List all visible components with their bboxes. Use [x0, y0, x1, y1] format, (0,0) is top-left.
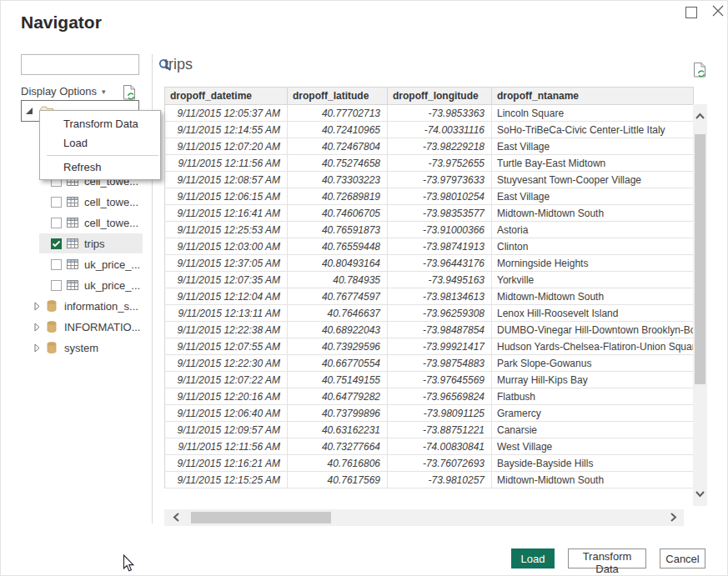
scroll-down-icon[interactable] [695, 488, 705, 499]
checkbox[interactable] [51, 280, 62, 291]
preview-grid: dropoff_datetimedropoff_latitudedropoff_… [164, 87, 693, 488]
preview-cell: Gramercy [492, 405, 694, 422]
tree-item-cell-towe[interactable]: cell_towe... [39, 213, 143, 233]
tree-item-informatio[interactable]: INFORMATIO... [21, 317, 143, 337]
preview-cell: -73.91000366 [388, 222, 492, 238]
search-input[interactable] [22, 55, 158, 74]
tree-item-label: cell_towe... [84, 196, 138, 208]
preview-cell: 40.72467804 [288, 138, 388, 155]
table-row: 9/11/2015 12:08:57 AM40.73303223-73.9797… [165, 172, 694, 188]
table-icon [67, 218, 78, 228]
table-row: 9/11/2015 12:12:04 AM40.76774597-73.9813… [165, 288, 694, 305]
tree-item-information-s[interactable]: information_s... [21, 296, 143, 316]
checkbox[interactable] [51, 218, 62, 228]
expand-arrow-icon[interactable] [25, 107, 33, 115]
preview-cell: 40.68922043 [288, 322, 388, 338]
preview-cell: Murray Hill-Kips Bay [492, 372, 694, 388]
preview-cell: 9/11/2015 12:07:55 AM [165, 338, 288, 355]
preview-cell: Midtown-Midtown South [492, 205, 694, 222]
preview-cell: 40.784935 [288, 272, 388, 288]
preview-cell: 40.73799896 [288, 405, 388, 422]
preview-cell: Lenox Hill-Roosevelt Island [492, 305, 694, 322]
preview-cell: 40.76591873 [288, 222, 388, 238]
preview-cell: -73.98010254 [388, 188, 492, 205]
preview-cell: 9/11/2015 12:11:56 AM [165, 155, 288, 172]
tree-item-label: INFORMATIO... [64, 321, 140, 333]
load-button[interactable]: Load [511, 548, 555, 568]
menu-item-refresh[interactable]: Refresh [40, 158, 160, 177]
preview-cell: -73.98134613 [388, 288, 492, 305]
scroll-right-icon[interactable] [668, 512, 679, 523]
preview-cell: -73.9810257 [388, 472, 492, 488]
context-menu: Transform Data Load Refresh [39, 110, 161, 180]
table-icon [67, 280, 78, 290]
tree-item-label: system [64, 342, 98, 354]
expand-arrow-icon[interactable] [34, 302, 40, 311]
table-row: 9/11/2015 12:06:40 AM40.73799896-73.9809… [165, 405, 694, 422]
preview-cell: -74.00331116 [388, 122, 492, 138]
tree-item-label: uk_price_... [84, 279, 140, 292]
transform-data-button[interactable]: Transform Data [568, 548, 646, 568]
vertical-scrollbar-thumb[interactable] [695, 134, 705, 384]
preview-cell: 9/11/2015 12:09:57 AM [165, 422, 288, 438]
table-row: 9/11/2015 12:16:41 AM40.74606705-73.9835… [165, 205, 694, 222]
refresh-preview-icon[interactable] [693, 62, 707, 79]
preview-cell: -73.96259308 [388, 305, 492, 322]
preview-title: trips [164, 56, 193, 73]
close-icon[interactable] [711, 4, 725, 18]
preview-cell: 9/11/2015 12:05:37 AM [165, 105, 288, 122]
table-row: 9/11/2015 12:07:35 AM40.784935-73.949516… [165, 272, 694, 288]
preview-cell: West Village [492, 438, 694, 455]
preview-cell: Midtown-Midtown South [492, 472, 694, 488]
table-icon [67, 259, 78, 269]
search-box[interactable] [21, 54, 139, 75]
tree-item-trips[interactable]: trips [39, 233, 143, 253]
refresh-preview-icon[interactable] [123, 84, 137, 102]
vertical-scrollbar[interactable] [693, 104, 707, 506]
checkbox[interactable] [51, 238, 62, 249]
preview-cell: 9/11/2015 12:25:53 AM [165, 222, 288, 238]
preview-cell: -73.98487854 [388, 322, 492, 338]
preview-cell: Astoria [492, 222, 694, 238]
table-row: 9/11/2015 12:07:20 AM40.72467804-73.9822… [165, 138, 694, 155]
checkbox[interactable] [51, 259, 62, 270]
tree-item-uk-price[interactable]: uk_price_... [39, 254, 143, 274]
preview-cell: 9/11/2015 12:37:05 AM [165, 255, 288, 272]
preview-cell: 9/11/2015 12:12:04 AM [165, 288, 288, 305]
table-row: 9/11/2015 12:25:53 AM40.76591873-73.9100… [165, 222, 694, 238]
maximize-icon[interactable] [685, 7, 697, 18]
table-row: 9/11/2015 12:37:05 AM40.80493164-73.9644… [165, 255, 694, 272]
check-icon [52, 240, 61, 248]
scroll-up-icon[interactable] [695, 111, 705, 122]
tree-item-cell-towe[interactable]: cell_towe... [39, 192, 143, 212]
horizontal-scrollbar[interactable] [164, 509, 684, 526]
tree-item-system[interactable]: system [21, 338, 143, 358]
preview-cell: 9/11/2015 12:14:55 AM [165, 122, 288, 138]
checkbox[interactable] [51, 197, 62, 208]
table-row: 9/11/2015 12:05:37 AM40.77702713-73.9853… [165, 105, 694, 122]
preview-cell: 9/11/2015 12:22:30 AM [165, 355, 288, 372]
preview-cell: 40.73277664 [288, 438, 388, 455]
cancel-button[interactable]: Cancel [660, 548, 705, 568]
display-options-dropdown[interactable]: Display Options ▾ [21, 85, 106, 98]
preview-cell: -73.88751221 [388, 422, 492, 438]
menu-item-transform-data[interactable]: Transform Data [40, 114, 160, 133]
preview-cell: -73.9853363 [388, 105, 492, 122]
menu-separator [47, 155, 158, 156]
expand-arrow-icon[interactable] [34, 343, 40, 353]
display-options-label: Display Options [21, 85, 97, 98]
preview-cell: -73.96569824 [388, 388, 492, 405]
preview-cell: 40.66770554 [288, 355, 388, 372]
preview-column-header: dropoff_latitude [288, 88, 388, 105]
scroll-left-icon[interactable] [171, 512, 182, 523]
menu-item-load[interactable]: Load [40, 133, 160, 153]
preview-cell: -73.98229218 [388, 138, 492, 155]
preview-cell: 40.72689819 [288, 188, 388, 205]
expand-arrow-icon[interactable] [34, 323, 40, 332]
preview-cell: Turtle Bay-East Midtown [492, 155, 694, 172]
preview-cell: 40.76559448 [288, 238, 388, 255]
preview-cell: Bayside-Bayside Hills [492, 455, 694, 472]
preview-cell: 9/11/2015 12:07:35 AM [165, 272, 288, 288]
tree-item-uk-price[interactable]: uk_price_... [39, 275, 143, 295]
horizontal-scrollbar-thumb[interactable] [191, 512, 331, 523]
